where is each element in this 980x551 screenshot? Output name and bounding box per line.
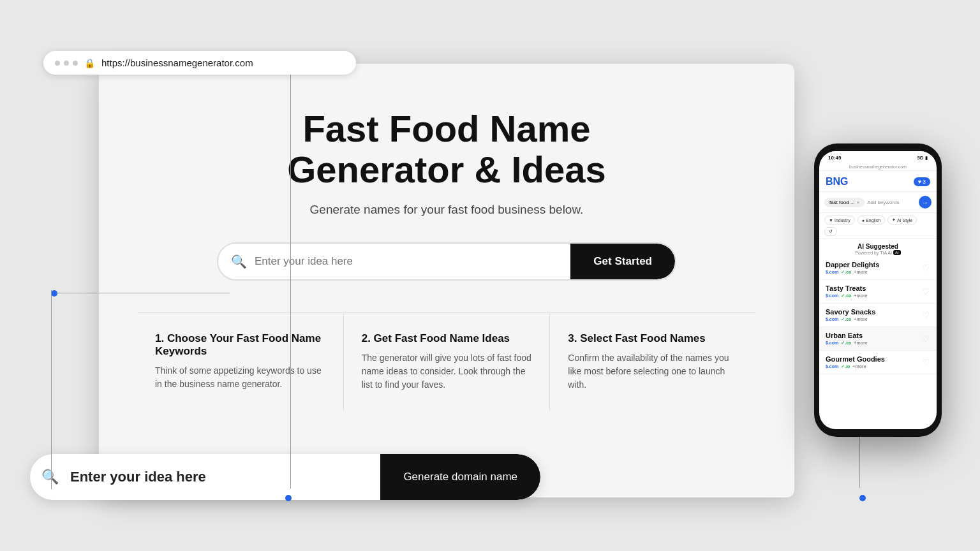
step-1: 1. Choose Your Fast Food Name Keywords T… [137,313,344,411]
generate-domain-button[interactable]: Generate domain name [380,454,540,500]
phone-name-item[interactable]: Dapper Delights $.com✓.co+more ♡ [819,256,937,280]
phone-name-tags: $.com✓.co+more [826,293,868,298]
phone-name-item[interactable]: Gourmet Goodies $.com✓.io+more ♡ [819,351,937,374]
phone-search-button[interactable]: → [919,196,932,209]
annotation-line-v-left [51,290,52,489]
phone-tag: ✓.co [841,341,851,346]
page-title: Fast Food Name Generator & Ideas [211,108,683,190]
phone-name-title: Tasty Treats [826,284,868,292]
phone-tag: +more [854,293,867,298]
phone-name-tags: $.com✓.co+more [826,341,868,346]
filter-ai-icon: ✦ [892,217,896,223]
phone-name-item[interactable]: Savory Snacks $.com✓.co+more ♡ [819,304,937,327]
steps-section: 1. Choose Your Fast Food Name Keywords T… [137,312,756,411]
phone-tag: $.com [826,364,838,369]
phone-tag: +more [854,317,867,322]
search-input-area: 🔍 [218,244,570,279]
browser-url-bar: 🔒 https://businessnamegenerator.com [43,51,356,75]
phone-favorites[interactable]: ♥ 3 [914,177,930,186]
phone-heart-icon[interactable]: ♡ [922,310,930,320]
phone-filter-refresh[interactable]: ↺ [824,227,837,236]
phone-heart-icon[interactable]: ♡ [922,286,930,297]
phone-status-bar: 10:49 5G ▮ [819,151,937,163]
phone-name-title: Gourmet Goodies [826,355,885,363]
browser-dots [55,61,78,66]
selection-anchor-br [859,495,866,501]
phone-tag: $.com [826,293,838,298]
step-3-title: 3. Select Fast Food Names [568,332,738,345]
phone-ai-title: AI Suggested [826,243,930,250]
phone-filters: ▼ Industry ● English ✦ AI Style ↺ [819,213,937,239]
phone-tag: $.com [826,270,838,275]
search-input[interactable] [255,255,558,268]
phone-name-tags: $.com✓.co+more [826,270,879,275]
annotation-line-h [57,293,230,293]
phone-tag: ✓.co [841,270,851,275]
phone-logo: BNG [826,176,849,187]
phone-tag: +more [854,341,867,346]
phone-ai-section: AI Suggested Powered by TIA AI AI [819,239,937,256]
phone-signal: 5G ▮ [917,156,928,161]
phone-time: 10:49 [828,155,841,161]
phone-heart-icon[interactable]: ♡ [922,357,930,367]
phone-heart-icon[interactable]: ♡ [922,263,930,273]
phone-app-header: BNG ♥ 3 [819,171,937,192]
step-3-desc: Confirm the availability of the names yo… [568,351,738,392]
phone-tag: +more [852,364,866,369]
filter-globe-icon: ● [862,218,865,223]
phone-name-tags: $.com✓.co+more [826,317,875,322]
phone-url-bar: businessnamegenerator.com [819,163,937,171]
phone-tag: $.com [826,317,838,322]
phone-tag: ✓.io [841,364,850,369]
phone-search-area: fast food ... × Add keywords → [819,192,937,213]
phone-filter-industry[interactable]: ▼ Industry [824,216,855,224]
ai-badge: AI [893,250,901,255]
phone-heart-icon[interactable]: ♡ [922,334,930,344]
heart-icon: ♥ [918,179,921,185]
selection-anchor-tl [51,290,57,297]
annotation-line-v-mid [290,64,291,489]
phone-name-item[interactable]: Urban Eats $.com✓.co+more ♡ [819,327,937,351]
step-2-title: 2. Get Fast Food Name Ideas [362,332,532,345]
step-1-title: 1. Choose Your Fast Food Name Keywords [155,332,325,358]
refresh-icon: ↺ [829,229,833,234]
phone-filter-english[interactable]: ● English [858,216,885,224]
phone-add-keywords[interactable]: Add keywords [867,200,916,205]
filter-funnel-icon: ▼ [829,218,833,223]
browser-dot-2 [64,61,69,66]
phone-name-title: Dapper Delights [826,261,879,268]
browser-dot-1 [55,61,60,66]
phone-name-title: Savory Snacks [826,308,875,316]
phone-name-list: Dapper Delights $.com✓.co+more ♡ Tasty T… [819,256,937,374]
bottom-search-icon: 🔍 [30,469,70,485]
phone-filter-ai-style[interactable]: ✦ AI Style [887,216,917,224]
phone-screen: 10:49 5G ▮ businessnamegenerator.com BNG… [819,151,937,429]
step-2-desc: The generator will give you lots of fast… [362,351,532,392]
search-icon: 🔍 [231,254,247,269]
step-3: 3. Select Fast Food Names Confirm the av… [550,313,756,411]
bottom-search-box: 🔍 Enter your idea here Generate domain n… [30,454,540,500]
remove-keyword-icon[interactable]: × [857,200,860,205]
url-text: https://businessnamegenerator.com [101,57,253,68]
search-container: 🔍 Get Started [217,242,676,281]
selection-anchor-bl [285,495,292,501]
phone-battery-icon: ▮ [925,156,928,161]
phone-tag: +more [854,270,867,275]
phone-name-item[interactable]: Tasty Treats $.com✓.co+more ♡ [819,280,937,304]
phone-ai-subtitle: Powered by TIA AI AI [826,250,930,255]
phone-tag: ✓.co [841,317,851,322]
bottom-search-text: Enter your idea here [70,469,380,485]
browser-dot-3 [73,61,78,66]
browser-window: Fast Food Name Generator & Ideas Generat… [99,64,794,497]
phone-tag: ✓.co [841,293,851,298]
main-content: Fast Food Name Generator & Ideas Generat… [99,64,794,436]
phone-keyword-chip[interactable]: fast food ... × [824,198,865,207]
step-1-desc: Think of some appetizing keywords to use… [155,364,325,391]
lock-icon: 🔒 [84,58,95,68]
get-started-button[interactable]: Get Started [570,244,675,279]
page-subtitle: Generate names for your fast food busine… [137,203,756,217]
phone-mockup: 10:49 5G ▮ businessnamegenerator.com BNG… [814,143,942,437]
step-2: 2. Get Fast Food Name Ideas The generato… [344,313,551,411]
phone-signal-text: 5G [917,156,923,160]
heart-count: 3 [923,179,926,185]
